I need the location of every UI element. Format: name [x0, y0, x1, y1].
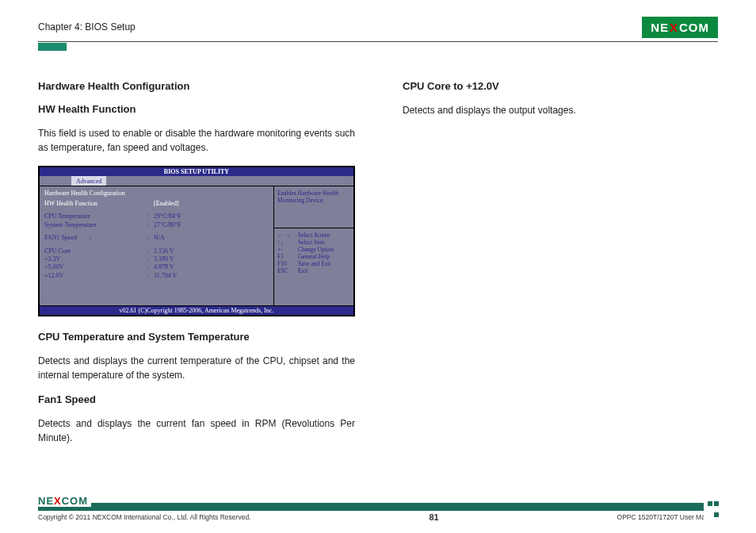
bios-help-row: F1General Help: [277, 253, 350, 260]
footer-logo: NEXCOM: [38, 495, 91, 507]
footer-squares-icon: [704, 498, 720, 520]
bios-help-row: ESCExit: [277, 267, 350, 274]
paragraph-fan1: Detects and displays the current fan spe…: [38, 416, 355, 445]
bios-row-12v: +12.0V : 11.704 V: [44, 272, 269, 280]
side-tab-marker: [38, 43, 67, 51]
bios-row-cpu-core: CPU Core : 1.136 V: [44, 247, 269, 255]
bios-section-title: Hardware Health Configuration: [44, 190, 269, 197]
nexcom-logo: NEXCOM: [642, 17, 718, 38]
paragraph-voltages: Detects and displays the output voltages…: [403, 103, 718, 117]
bios-main-panel: Hardware Health Configuration HW Health …: [40, 186, 274, 305]
bios-row-sys-temp: System Temperature : 27°C/80°F: [44, 221, 269, 229]
bios-row-5v: +5.00V : 4.878 V: [44, 263, 269, 271]
paragraph-hw-health: This field is used to enable or disable …: [38, 126, 355, 155]
heading-cpu-core-12v: CPU Core to +12.0V: [403, 80, 718, 92]
page-number: 81: [429, 512, 438, 522]
bios-row-hw-function: HW Health Function [Enabled]: [44, 200, 269, 208]
bios-tab-row: Advanced: [40, 176, 353, 186]
content-columns: Hardware Health Configuration HW Health …: [38, 80, 718, 456]
footer-copyright: Copyright © 2011 NEXCOM International Co…: [38, 513, 250, 521]
heading-hw-health-function: HW Health Function: [38, 103, 355, 115]
footer-text-row: Copyright © 2011 NEXCOM International Co…: [38, 512, 718, 522]
bios-row-cpu-temp: CPU Temperature : 29°C/84°F: [44, 213, 269, 220]
bios-side-panel: Enables Hardware Health Monitoring Devic…: [274, 186, 353, 305]
bios-help-row: ↑↓Select Item: [277, 239, 350, 246]
bios-screenshot: BIOS SETUP UTILITY Advanced Hardware Hea…: [38, 166, 355, 316]
bios-body: Hardware Health Configuration HW Health …: [40, 186, 353, 305]
chapter-title: Chapter 4: BIOS Setup: [38, 21, 136, 33]
paragraph-temperature: Detects and displays the current tempera…: [38, 354, 355, 382]
bios-help-row: +-Change Option: [277, 246, 350, 253]
heading-hw-health-config: Hardware Health Configuration: [38, 80, 355, 92]
left-column: Hardware Health Configuration HW Health …: [38, 80, 355, 456]
heading-fan1: Fan1 Speed: [38, 393, 355, 405]
right-column: CPU Core to +12.0V Detects and displays …: [403, 80, 718, 456]
bios-title-bar: BIOS SETUP UTILITY: [40, 167, 353, 176]
bios-row-fan1: FAN1 Speed : : N/A: [44, 234, 269, 242]
bios-side-description: Enables Hardware Health Monitoring Devic…: [277, 190, 350, 204]
bios-help-row: F10Save and Exit: [277, 260, 350, 267]
bios-help-row: ← →Select Screen: [277, 232, 350, 239]
bios-row-3v: +3.3V : 3.189 V: [44, 255, 269, 263]
page-header: Chapter 4: BIOS Setup NEXCOM: [38, 16, 718, 38]
header-divider: [38, 41, 718, 42]
bios-footer: v02.61 (C)Copyright 1985-2006, American …: [40, 305, 353, 315]
page-footer: NEXCOM Copyright © 2011 NEXCOM Internati…: [38, 503, 718, 522]
footer-bar: NEXCOM: [38, 503, 718, 511]
bios-tab-advanced: Advanced: [71, 176, 106, 186]
footer-manual-name: OPPC 1520T/1720T User Manual: [617, 513, 718, 521]
heading-temperature: CPU Temperature and System Temperature: [38, 331, 355, 343]
